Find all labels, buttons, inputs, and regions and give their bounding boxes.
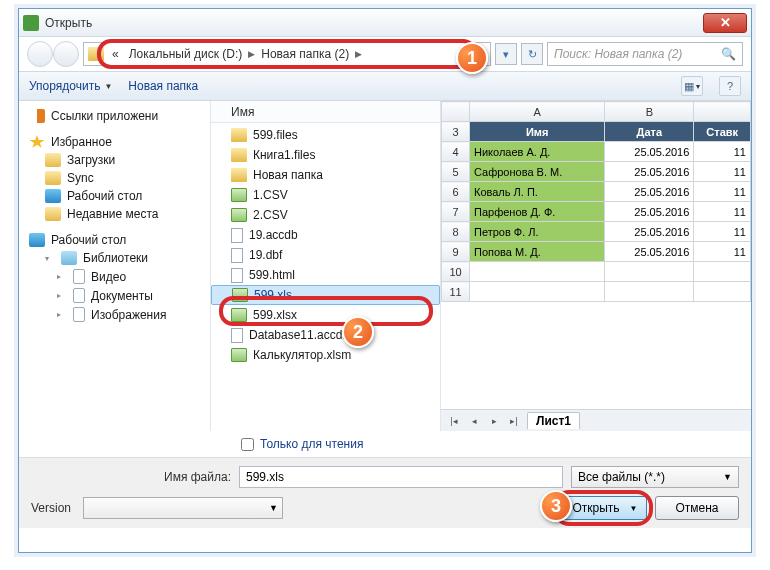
- data-header: Ставк: [694, 122, 751, 142]
- cell[interactable]: Петров Ф. Л.: [470, 222, 605, 242]
- cancel-button[interactable]: Отмена: [655, 496, 739, 520]
- cell[interactable]: 25.05.2016: [605, 222, 694, 242]
- col-header[interactable]: A: [470, 102, 605, 122]
- cell[interactable]: 25.05.2016: [605, 182, 694, 202]
- version-combo[interactable]: ▼: [83, 497, 283, 519]
- refresh-button[interactable]: ↻: [521, 43, 543, 65]
- filename-input[interactable]: 599.xls: [239, 466, 563, 488]
- cell[interactable]: 11: [694, 162, 751, 182]
- file-name: Новая папка: [253, 168, 323, 182]
- sidebar-item-desktop[interactable]: Рабочий стол: [23, 187, 206, 205]
- sidebar-item-documents[interactable]: ▸Документы: [23, 286, 206, 305]
- search-input[interactable]: Поиск: Новая папка (2) 🔍: [547, 42, 743, 66]
- row-header[interactable]: 9: [442, 242, 470, 262]
- cell[interactable]: Парфенов Д. Ф.: [470, 202, 605, 222]
- file-name: 19.accdb: [249, 228, 298, 242]
- row-header[interactable]: 11: [442, 282, 470, 302]
- xls-icon: [232, 288, 248, 302]
- close-button[interactable]: ✕: [703, 13, 747, 33]
- file-row[interactable]: 599.xlsx: [211, 305, 440, 325]
- row-header[interactable]: 7: [442, 202, 470, 222]
- sheet-tab[interactable]: Лист1: [527, 412, 580, 429]
- help-button[interactable]: ?: [719, 76, 741, 96]
- search-icon: 🔍: [721, 47, 736, 61]
- sidebar-item-images[interactable]: ▸Изображения: [23, 305, 206, 324]
- file-name: 599.html: [249, 268, 295, 282]
- bottom-panel: Имя файла: 599.xls Все файлы (*.*)▼ Vers…: [19, 457, 751, 528]
- breadcrumb-prefix: «: [108, 47, 123, 61]
- organize-menu[interactable]: Упорядочить▼: [29, 79, 112, 93]
- sidebar-item-video[interactable]: ▸Видео: [23, 267, 206, 286]
- tab-prev-button[interactable]: ◂: [467, 414, 481, 428]
- breadcrumb-seg-1[interactable]: Локальный диск (D:): [125, 47, 247, 61]
- nav-back-button[interactable]: [27, 41, 53, 67]
- sidebar-group-desktop[interactable]: Рабочий стол: [23, 231, 206, 249]
- breadcrumb-dropdown[interactable]: ▾: [495, 43, 517, 65]
- file-row[interactable]: Калькулятор.xlsm: [211, 345, 440, 365]
- cell[interactable]: 25.05.2016: [605, 162, 694, 182]
- open-button[interactable]: Открыть▼: [563, 496, 647, 520]
- file-name: 599.files: [253, 128, 298, 142]
- csv-icon: [231, 208, 247, 222]
- breadcrumb-seg-2[interactable]: Новая папка (2): [257, 47, 353, 61]
- row-header[interactable]: 10: [442, 262, 470, 282]
- data-header: Имя: [470, 122, 605, 142]
- cell[interactable]: Попова М. Д.: [470, 242, 605, 262]
- xls-icon: [231, 348, 247, 362]
- row-header[interactable]: 3: [442, 122, 470, 142]
- cell[interactable]: Сафронова В. М.: [470, 162, 605, 182]
- file-row[interactable]: Новая папка: [211, 165, 440, 185]
- file-row[interactable]: 599.html: [211, 265, 440, 285]
- cell[interactable]: 11: [694, 202, 751, 222]
- library-icon: [61, 251, 77, 265]
- sidebar-item-downloads[interactable]: Загрузки: [23, 151, 206, 169]
- new-folder-button[interactable]: Новая папка: [128, 79, 198, 93]
- file-row[interactable]: 19.accdb: [211, 225, 440, 245]
- tab-next-button[interactable]: ▸: [487, 414, 501, 428]
- breadcrumb[interactable]: « Локальный диск (D:) ▶ Новая папка (2) …: [83, 42, 491, 66]
- image-icon: [73, 307, 85, 322]
- file-row[interactable]: 19.dbf: [211, 245, 440, 265]
- file-row[interactable]: 2.CSV: [211, 205, 440, 225]
- file-row[interactable]: 599.files: [211, 125, 440, 145]
- cell[interactable]: 25.05.2016: [605, 142, 694, 162]
- desktop-icon: [29, 233, 45, 247]
- sidebar-group-favorites[interactable]: Избранное: [23, 133, 206, 151]
- sidebar-group-app-links[interactable]: Ссылки приложени: [23, 107, 206, 125]
- nav-forward-button[interactable]: [53, 41, 79, 67]
- col-header[interactable]: B: [605, 102, 694, 122]
- cell[interactable]: Николаев А. Д.: [470, 142, 605, 162]
- toolbar: Упорядочить▼ Новая папка ▦▾ ?: [19, 71, 751, 101]
- sidebar-item-libraries[interactable]: ▾Библиотеки: [23, 249, 206, 267]
- file-row[interactable]: Database11.accdb: [211, 325, 440, 345]
- callout-1: 1: [456, 42, 488, 74]
- row-header[interactable]: 6: [442, 182, 470, 202]
- file-row[interactable]: 599.xls: [211, 285, 440, 305]
- readonly-checkbox[interactable]: [241, 438, 254, 451]
- tab-last-button[interactable]: ▸|: [507, 414, 521, 428]
- cell[interactable]: 25.05.2016: [605, 242, 694, 262]
- file-type-combo[interactable]: Все файлы (*.*)▼: [571, 466, 739, 488]
- row-header[interactable]: 5: [442, 162, 470, 182]
- row-header[interactable]: 4: [442, 142, 470, 162]
- cell[interactable]: 11: [694, 222, 751, 242]
- view-mode-button[interactable]: ▦▾: [681, 76, 703, 96]
- cell[interactable]: Коваль Л. П.: [470, 182, 605, 202]
- row-header[interactable]: 8: [442, 222, 470, 242]
- cell[interactable]: 11: [694, 182, 751, 202]
- vlc-icon: [29, 109, 45, 123]
- open-dialog: Открыть ✕ « Локальный диск (D:) ▶ Новая …: [18, 8, 752, 553]
- cell[interactable]: 25.05.2016: [605, 202, 694, 222]
- cell[interactable]: 11: [694, 242, 751, 262]
- sheet-tab-bar: |◂ ◂ ▸ ▸| Лист1: [441, 409, 751, 431]
- file-row[interactable]: Книга1.files: [211, 145, 440, 165]
- cell[interactable]: 11: [694, 142, 751, 162]
- db-icon: [231, 228, 243, 243]
- file-row[interactable]: 1.CSV: [211, 185, 440, 205]
- sidebar-item-recent[interactable]: Недавние места: [23, 205, 206, 223]
- sidebar: Ссылки приложени Избранное Загрузки Sync…: [19, 101, 211, 431]
- sidebar-item-sync[interactable]: Sync: [23, 169, 206, 187]
- file-list-header[interactable]: Имя: [211, 101, 440, 123]
- col-header[interactable]: [694, 102, 751, 122]
- tab-first-button[interactable]: |◂: [447, 414, 461, 428]
